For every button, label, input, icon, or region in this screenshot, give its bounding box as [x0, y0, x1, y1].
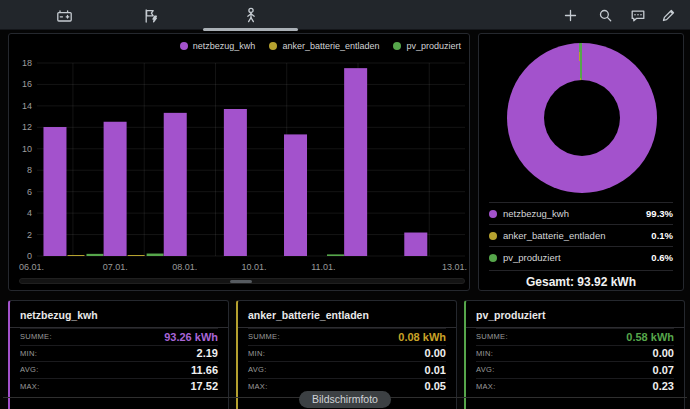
stat-panel-title: anker_batterie_entladen — [238, 301, 456, 328]
pencil-icon[interactable] — [654, 4, 682, 27]
svg-text:0: 0 — [27, 251, 32, 261]
stat-row: AVG:11.66 — [20, 361, 218, 378]
donut-chart-panel: netzbezug_kwh99.3%anker_batterie_entlade… — [478, 33, 684, 291]
energy-flag-icon[interactable] — [137, 4, 165, 27]
legend-color-dot — [489, 232, 497, 240]
svg-text:10: 10 — [22, 144, 32, 154]
svg-text:06.01.: 06.01. — [19, 262, 44, 272]
svg-text:6: 6 — [27, 187, 32, 197]
donut-legend-row[interactable]: anker_batterie_entladen0.1% — [489, 224, 673, 246]
stat-label: MIN: — [476, 349, 493, 358]
stat-panel-title: netzbezug_kwh — [10, 301, 228, 328]
comment-icon[interactable] — [624, 4, 652, 27]
stat-value: 0.00 — [653, 347, 674, 359]
bar-chart-panel: netzbezug_kwhanker_batterie_entladenpv_p… — [8, 33, 470, 291]
donut-legend-percent: 0.1% — [651, 230, 673, 241]
stat-label: MAX: — [20, 382, 40, 391]
active-tab-indicator — [203, 28, 298, 31]
stat-row: MIN:2.19 — [20, 345, 218, 362]
stat-value: 11.66 — [191, 364, 218, 376]
stat-label: AVG: — [248, 365, 267, 374]
svg-text:08.01.: 08.01. — [172, 262, 197, 272]
toolbar — [0, 0, 690, 30]
stat-value: 0.00 — [425, 347, 446, 359]
donut-legend-label: anker_batterie_entladen — [503, 230, 605, 241]
stat-label: MIN: — [20, 349, 37, 358]
stat-label: SUMME: — [248, 332, 280, 341]
donut-legend-percent: 99.3% — [646, 208, 673, 219]
stat-label: MAX: — [248, 382, 268, 391]
stat-value: 0.08 kWh — [398, 331, 446, 343]
donut-chart — [507, 43, 657, 193]
svg-text:4: 4 — [27, 208, 32, 218]
stat-row: AVG:0.07 — [476, 361, 674, 378]
svg-text:18: 18 — [22, 58, 32, 68]
donut-legend-label: pv_produziert — [503, 252, 561, 263]
stat-row: SUMME:93.26 kWh — [20, 328, 218, 345]
stat-value: 0.05 — [425, 380, 446, 392]
dashboard-screenshot: netzbezug_kwhanker_batterie_entladenpv_p… — [0, 0, 690, 409]
stat-label: SUMME: — [476, 332, 508, 341]
stat-value: 93.26 kWh — [164, 331, 218, 343]
stat-row: SUMME:0.08 kWh — [248, 328, 446, 345]
svg-text:11.01.: 11.01. — [311, 262, 335, 272]
bar-chart: 02468101214161806.01.07.01.08.01.10.01.1… — [9, 34, 469, 278]
stat-panel: netzbezug_kwhSUMME:93.26 kWhMIN:2.19AVG:… — [8, 300, 229, 409]
stat-panel-title: pv_produziert — [466, 301, 684, 328]
svg-text:2: 2 — [27, 230, 32, 240]
donut-legend-row[interactable]: netzbezug_kwh99.3% — [489, 202, 673, 224]
stat-value: 17.52 — [190, 380, 218, 392]
scrollbar-handle[interactable] — [230, 280, 252, 283]
svg-text:8: 8 — [27, 165, 32, 175]
stat-row: MAX:0.23 — [476, 378, 674, 395]
svg-text:12: 12 — [22, 122, 32, 132]
stat-label: MAX: — [476, 382, 496, 391]
donut-total: Gesamt: 93.92 kWh — [489, 270, 673, 292]
donut-hole — [544, 80, 620, 156]
stat-panel: pv_produziertSUMME:0.58 kWhMIN:0.00AVG:0… — [464, 300, 685, 409]
stat-label: MIN: — [248, 349, 265, 358]
stat-value: 0.07 — [653, 364, 674, 376]
stat-row: MIN:0.00 — [248, 345, 446, 362]
stat-value: 2.19 — [197, 347, 218, 359]
stat-row: SUMME:0.58 kWh — [476, 328, 674, 345]
person-icon[interactable] — [237, 4, 265, 27]
svg-text:14: 14 — [22, 101, 32, 111]
svg-text:13.01.: 13.01. — [442, 262, 467, 272]
stat-row: MAX:17.52 — [20, 378, 218, 395]
legend-color-dot — [489, 210, 497, 218]
stat-value: 0.01 — [425, 364, 446, 376]
caption-pill: Bildschirmfoto — [299, 391, 391, 408]
svg-text:16: 16 — [22, 79, 32, 89]
stat-row: AVG:0.01 — [248, 361, 446, 378]
plus-icon[interactable] — [556, 4, 584, 27]
donut-legend: netzbezug_kwh99.3%anker_batterie_entlade… — [489, 202, 673, 268]
battery-icon[interactable] — [50, 4, 78, 27]
stat-value: 0.58 kWh — [626, 331, 674, 343]
svg-text:10.01.: 10.01. — [241, 262, 266, 272]
horizontal-scrollbar[interactable] — [19, 278, 465, 284]
stat-value: 0.23 — [653, 380, 674, 392]
stat-label: AVG: — [476, 365, 495, 374]
stat-label: SUMME: — [20, 332, 52, 341]
legend-color-dot — [489, 254, 497, 262]
donut-legend-row[interactable]: pv_produziert0.6% — [489, 246, 673, 268]
donut-legend-label: netzbezug_kwh — [503, 208, 569, 219]
stat-row: MIN:0.00 — [476, 345, 674, 362]
stat-label: AVG: — [20, 365, 39, 374]
donut-legend-percent: 0.6% — [651, 252, 673, 263]
svg-text:07.01.: 07.01. — [103, 262, 128, 272]
search-icon[interactable] — [591, 4, 619, 27]
